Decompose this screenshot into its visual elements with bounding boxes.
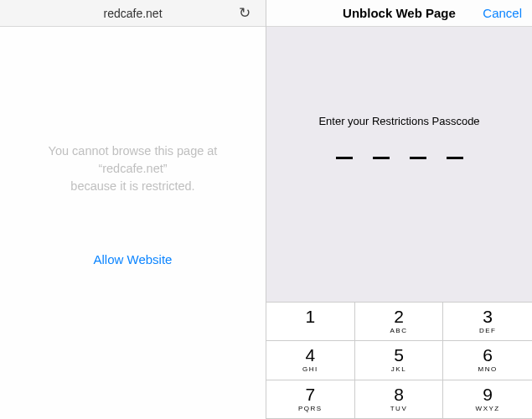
passcode-area: Enter your Restrictions Passcode bbox=[266, 27, 532, 302]
key-letters: JKL bbox=[391, 365, 406, 374]
passcode-digit-3 bbox=[410, 157, 426, 159]
key-number: 6 bbox=[483, 346, 493, 364]
passcode-digit-2 bbox=[373, 157, 390, 159]
cancel-button[interactable]: Cancel bbox=[483, 6, 522, 20]
numeric-keypad: 1 2 ABC 3 DEF 4 GHI 5 JKL 6 MNO 7 PQRS 8 bbox=[266, 302, 532, 419]
key-number: 8 bbox=[394, 385, 404, 403]
passcode-digit-4 bbox=[447, 157, 463, 159]
key-9[interactable]: 9 WXYZ bbox=[443, 380, 532, 419]
passcode-input bbox=[336, 157, 463, 159]
passcode-prompt: Enter your Restrictions Passcode bbox=[318, 115, 479, 127]
key-letters: PQRS bbox=[298, 405, 323, 413]
modal-title: Unblock Web Page bbox=[343, 6, 456, 20]
url-text: redcafe.net bbox=[103, 7, 162, 20]
key-6[interactable]: 6 MNO bbox=[443, 341, 532, 380]
key-number: 1 bbox=[305, 308, 315, 325]
key-4[interactable]: 4 GHI bbox=[266, 341, 355, 380]
key-number: 2 bbox=[394, 308, 404, 325]
key-letters: GHI bbox=[302, 365, 318, 374]
restricted-line-1: You cannot browse this page at bbox=[49, 142, 218, 160]
key-3[interactable]: 3 DEF bbox=[443, 303, 532, 341]
key-2[interactable]: 2 ABC bbox=[355, 303, 444, 341]
allow-website-link[interactable]: Allow Website bbox=[94, 252, 173, 266]
key-7[interactable]: 7 PQRS bbox=[266, 380, 355, 419]
key-letters: DEF bbox=[479, 327, 497, 335]
key-1[interactable]: 1 bbox=[266, 303, 355, 341]
key-letters: MNO bbox=[478, 365, 498, 374]
url-bar: redcafe.net ↻ bbox=[0, 0, 266, 27]
key-8[interactable]: 8 TUV bbox=[355, 380, 444, 419]
key-letters: TUV bbox=[390, 405, 408, 413]
passcode-panel: Unblock Web Page Cancel Enter your Restr… bbox=[266, 0, 532, 419]
modal-header: Unblock Web Page Cancel bbox=[266, 0, 532, 27]
restricted-line-3: because it is restricted. bbox=[49, 178, 218, 195]
key-letters: WXYZ bbox=[476, 405, 500, 413]
restricted-line-2: “redcafe.net” bbox=[49, 160, 218, 178]
browser-panel: redcafe.net ↻ You cannot browse this pag… bbox=[0, 0, 266, 419]
reload-icon[interactable]: ↻ bbox=[239, 4, 251, 22]
restricted-content: You cannot browse this page at “redcafe.… bbox=[0, 27, 266, 419]
key-5[interactable]: 5 JKL bbox=[355, 341, 444, 380]
key-number: 9 bbox=[483, 385, 493, 403]
key-number: 4 bbox=[305, 346, 315, 364]
key-number: 7 bbox=[305, 385, 315, 403]
key-number: 5 bbox=[394, 346, 404, 364]
key-number: 3 bbox=[483, 308, 493, 325]
restricted-message: You cannot browse this page at “redcafe.… bbox=[49, 142, 218, 195]
key-letters: ABC bbox=[390, 327, 408, 335]
passcode-digit-1 bbox=[336, 157, 353, 159]
